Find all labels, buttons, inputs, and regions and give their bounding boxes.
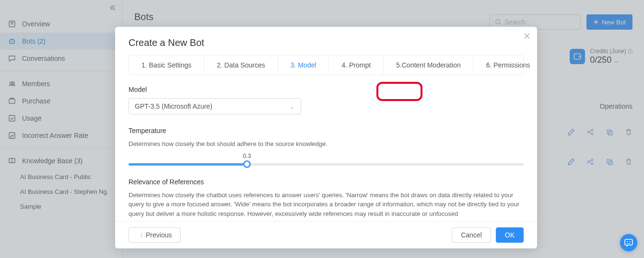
svg-point-22 [627,241,628,242]
slider-value-label: 0.3 [243,153,251,159]
chevron-left-icon: 〈 [138,232,143,239]
step-permissions[interactable]: 6. Permissions [474,56,543,75]
step-data-sources[interactable]: 2. Data Sources [204,56,278,75]
step-prompt[interactable]: 4. Prompt [329,56,384,75]
help-chat-button[interactable] [620,234,637,251]
relevance-label: Relevance of References [129,178,524,186]
cancel-button[interactable]: Cancel [452,227,491,243]
close-icon[interactable] [524,33,530,39]
chevron-down-icon: ⌄ [289,102,295,110]
temperature-help: Determines how closely the bot should ad… [129,139,524,149]
step-content-moderation[interactable]: 5.Content Moderation [384,56,474,75]
model-select-value: GPT-3.5 (Microsoft Azure) [135,102,212,110]
modal-footer: 〈 Previous Cancel OK [115,221,537,248]
create-bot-modal: Create a New Bot 1. Basic Settings 2. Da… [115,27,537,248]
temperature-slider[interactable]: 0.3 [129,163,524,166]
slider-thumb[interactable] [243,160,251,168]
svg-point-23 [630,241,631,242]
model-select[interactable]: GPT-3.5 (Microsoft Azure) ⌄ [129,98,301,114]
relevance-help: Determines how closely the chatbot uses … [129,191,524,219]
modal-body: Model GPT-3.5 (Microsoft Azure) ⌄ Temper… [115,75,537,221]
modal-title: Create a New Bot [115,27,537,55]
svg-rect-21 [625,239,632,245]
previous-button[interactable]: 〈 Previous [129,227,181,243]
step-model[interactable]: 3. Model [278,56,329,75]
step-basic-settings[interactable]: 1. Basic Settings [129,56,204,75]
ok-button[interactable]: OK [496,227,524,243]
model-field-label: Model [129,86,524,93]
temperature-label: Temperature [129,127,524,135]
wizard-steps: 1. Basic Settings 2. Data Sources 3. Mod… [129,55,524,75]
smiley-icon [624,238,633,247]
